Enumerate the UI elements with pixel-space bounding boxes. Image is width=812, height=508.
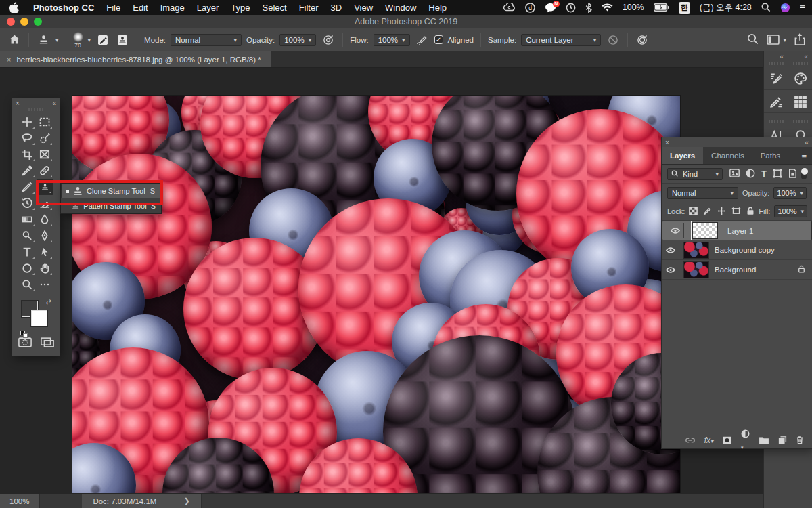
menu-item-filter[interactable]: Filter xyxy=(293,3,325,13)
dock-panel-color[interactable] xyxy=(788,67,812,90)
filter-toggle-switch[interactable] xyxy=(801,169,807,179)
tool-gradient[interactable] xyxy=(19,211,36,228)
minimize-window-button[interactable] xyxy=(20,18,28,26)
filter-smart-objects-icon[interactable] xyxy=(788,169,797,179)
flow-select[interactable]: 100%▾ xyxy=(374,34,410,46)
screen-mode-icon[interactable] xyxy=(41,337,54,350)
layer-thumbnail[interactable] xyxy=(683,261,709,278)
clone-source-panel-icon[interactable] xyxy=(115,33,130,47)
menu-item-layer[interactable]: Layer xyxy=(191,3,225,13)
lock-position-icon[interactable] xyxy=(717,207,726,217)
filter-type-layers-icon[interactable]: T xyxy=(761,169,767,179)
tool-marquee[interactable] xyxy=(37,114,53,130)
layer-thumbnail[interactable] xyxy=(683,242,709,259)
tool-hand[interactable] xyxy=(37,260,53,276)
tool-pen[interactable] xyxy=(37,228,53,244)
airbrush-icon[interactable] xyxy=(415,33,430,47)
aligned-checkbox[interactable]: ✓ xyxy=(434,35,443,44)
menu-item-view[interactable]: View xyxy=(348,3,379,13)
layers-panel-close-icon[interactable]: × xyxy=(665,139,669,146)
menu-item-help[interactable]: Help xyxy=(422,3,453,13)
dictionary-icon[interactable]: d xyxy=(525,3,535,13)
layer-opacity-select[interactable]: 100%▾ xyxy=(773,187,807,199)
current-tool-stamp-icon[interactable] xyxy=(36,33,51,47)
menu-item-edit[interactable]: Edit xyxy=(127,3,154,13)
background-color-swatch[interactable] xyxy=(31,310,47,326)
tools-panel-collapse-icon[interactable]: « xyxy=(52,100,56,107)
input-source-indicator[interactable]: 한 xyxy=(679,2,690,14)
layers-panel-tab-paths[interactable]: Paths xyxy=(752,147,788,164)
apple-menu-icon[interactable] xyxy=(7,2,22,13)
menu-item-photoshop-cc[interactable]: Photoshop CC xyxy=(27,3,100,13)
menu-item-file[interactable]: File xyxy=(100,3,127,13)
blend-mode-select[interactable]: Normal▾ xyxy=(667,187,738,199)
layer-row-layer-1[interactable]: Layer 1 xyxy=(662,221,812,240)
tools-panel-close-icon[interactable]: × xyxy=(16,100,20,107)
lock-artboard-icon[interactable] xyxy=(731,207,741,217)
tool-healing-brush[interactable] xyxy=(37,163,53,179)
status-chevron-icon[interactable]: ❯ xyxy=(183,496,189,505)
new-group-icon[interactable] xyxy=(759,436,769,444)
quick-mask-icon[interactable] xyxy=(18,337,32,350)
dock-collapse-icon[interactable]: « xyxy=(764,51,788,61)
siri-icon[interactable] xyxy=(780,3,790,13)
time-machine-icon[interactable] xyxy=(566,3,576,13)
creative-cloud-icon[interactable] xyxy=(503,3,516,12)
link-layers-icon[interactable] xyxy=(685,436,696,444)
dock-panel-brushes[interactable] xyxy=(764,90,788,113)
brush-settings-panel-icon[interactable] xyxy=(95,33,110,47)
tool-history-brush[interactable] xyxy=(19,195,36,211)
zoom-level-field[interactable]: 100% xyxy=(0,494,40,508)
filter-adjustment-layers-icon[interactable] xyxy=(746,169,755,179)
pressure-opacity-icon[interactable] xyxy=(321,33,336,47)
mode-select[interactable]: Normal▾ xyxy=(171,34,242,46)
notification-center-icon[interactable]: ≡ xyxy=(800,2,805,13)
tool-shape-ellipse[interactable] xyxy=(19,260,36,276)
new-layer-icon[interactable] xyxy=(778,436,787,444)
new-adjustment-layer-icon[interactable]: ▾ xyxy=(741,429,750,450)
close-document-icon[interactable]: × xyxy=(7,56,11,64)
panel-menu-icon[interactable]: ≡ xyxy=(796,147,812,164)
layer-filter-select[interactable]: Kind▾ xyxy=(667,168,723,180)
eye-icon[interactable] xyxy=(671,228,680,234)
dock-panel-brush-settings[interactable] xyxy=(764,67,788,90)
dock-panel-swatches[interactable] xyxy=(788,90,812,113)
lock-all-icon[interactable] xyxy=(746,207,754,217)
berries-photo[interactable] xyxy=(72,96,680,506)
share-icon[interactable] xyxy=(794,33,805,47)
spotlight-icon[interactable] xyxy=(761,3,771,12)
layer-row-background[interactable]: Background xyxy=(662,260,812,280)
tool-crop[interactable] xyxy=(19,146,36,163)
tool-blur[interactable] xyxy=(37,211,53,228)
brush-preset-picker[interactable]: 70 xyxy=(73,32,83,49)
add-layer-mask-icon[interactable] xyxy=(722,436,732,444)
opacity-select[interactable]: 100%▾ xyxy=(279,34,316,46)
swap-colors-icon[interactable]: ⇄ xyxy=(46,298,51,305)
filter-shape-layers-icon[interactable] xyxy=(773,169,782,179)
search-icon[interactable] xyxy=(747,33,759,46)
menu-item-3d[interactable]: 3D xyxy=(325,3,348,13)
layer-style-fx-icon[interactable]: fx▾ xyxy=(704,436,713,445)
tool-more-tools[interactable] xyxy=(37,276,53,293)
menu-item-select[interactable]: Select xyxy=(256,3,292,13)
sample-select[interactable]: Current Layer▾ xyxy=(521,34,601,46)
tool-brush[interactable] xyxy=(19,179,36,195)
tool-preset-caret[interactable]: ▾ xyxy=(55,37,59,43)
tool-zoom[interactable] xyxy=(19,276,36,293)
filter-pixel-layers-icon[interactable] xyxy=(729,169,740,179)
tool-eyedropper[interactable] xyxy=(19,163,36,179)
lock-transparency-icon[interactable] xyxy=(689,207,698,217)
tool-lasso[interactable] xyxy=(19,130,36,146)
doc-size-info[interactable]: Doc: 7.03M/14.1M ❯ xyxy=(82,494,201,508)
layers-panel-collapse-icon[interactable]: « xyxy=(805,139,809,146)
kakaotalk-icon[interactable]: N xyxy=(545,3,556,13)
zoom-window-button[interactable] xyxy=(34,18,42,26)
layers-panel-tab-layers[interactable]: Layers xyxy=(662,147,703,164)
menu-item-type[interactable]: Type xyxy=(225,3,256,13)
menu-item-image[interactable]: Image xyxy=(154,3,191,13)
layer-row-background-copy[interactable]: Background copy xyxy=(662,240,812,260)
tool-move[interactable] xyxy=(19,114,36,130)
menubar-clock[interactable]: (금) 오후 4:28 xyxy=(700,2,752,14)
document-tab[interactable]: × berries-blackberries-blueberries-87818… xyxy=(0,51,271,67)
tool-quick-select[interactable] xyxy=(37,130,53,146)
